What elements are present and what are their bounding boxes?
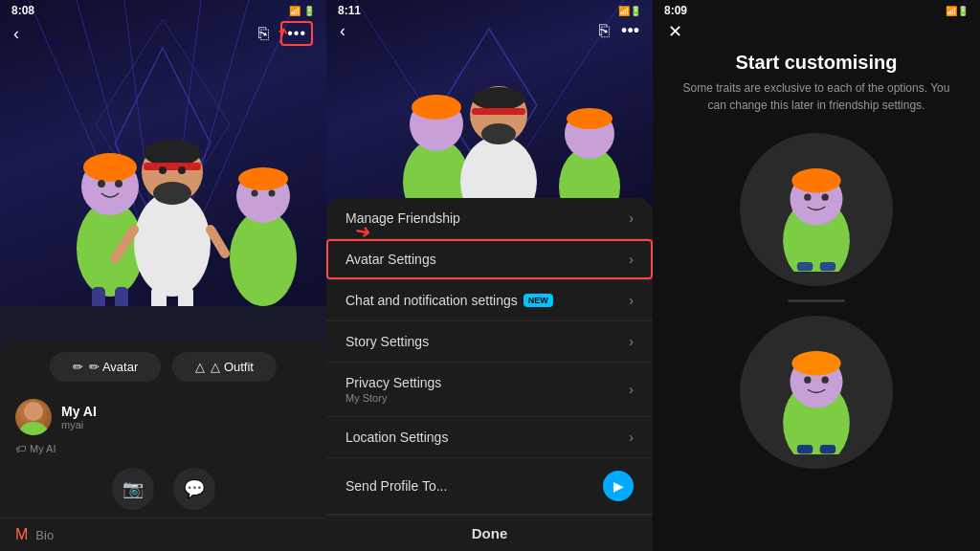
svg-rect-43 [472,108,525,115]
status-icons-3: 📶🔋 [946,6,969,16]
time-1: 8:08 [11,4,34,17]
svg-point-51 [804,194,811,201]
svg-point-33 [18,422,49,435]
menu-chevron-2: › [629,252,634,267]
chat-notif-row: Chat and notification settings NEW [345,293,553,308]
svg-point-20 [153,182,191,205]
svg-point-31 [269,190,276,197]
svg-point-39 [412,95,461,120]
pencil-icon: ✏ [73,360,83,374]
avatar-tab-btn[interactable]: ✏ ✏ Avatar [50,352,161,382]
panel-1: 8:08 📶 🔋 [0,0,326,551]
time-3: 8:09 [664,4,687,17]
menu-item-chat-notif-label: Chat and notification settings [345,293,518,308]
profile-info-1: My AI myai [61,404,97,430]
privacy-settings-col: Privacy Settings My Story [345,375,441,404]
profile-avatar-svg [15,399,52,435]
menu-chevron-5: › [629,382,634,397]
status-icons-2: 📶🔋 [618,6,641,16]
svg-rect-61 [820,445,836,453]
back-icon-2[interactable]: ‹ [340,21,345,41]
svg-point-44 [481,123,516,144]
svg-point-52 [822,194,829,201]
avatar-bg-1: ‹ ⎘ ••• ↗ [0,0,326,306]
avatar-circle-top[interactable] [740,133,893,286]
chat-icon-btn[interactable]: 💬 [173,468,215,510]
svg-point-11 [98,180,105,187]
close-button-3[interactable]: ✕ [668,21,682,42]
status-bar-2: 8:11 📶🔋 [326,0,653,21]
svg-point-50 [791,168,840,193]
menu-item-privacy-settings[interactable]: Privacy Settings My Story › [326,363,653,417]
profile-handle-1: myai [61,419,97,430]
svg-rect-60 [797,445,813,453]
send-profile-btn[interactable]: ▶ [603,471,634,501]
svg-line-24 [211,230,225,253]
menu-item-location-settings[interactable]: Location Settings › [326,417,653,458]
menu-item-privacy-sub: My Story [345,392,441,404]
top-nav-2: ‹ ⎘ ••• [326,21,653,41]
done-bar[interactable]: Done [326,515,653,551]
svg-point-58 [804,377,811,384]
svg-point-27 [230,210,297,306]
avatar-svg-top [764,147,869,272]
p3-title: Start customising [653,52,980,79]
menu-item-story-settings[interactable]: Story Settings › [326,321,653,363]
action-icons-row-1: 📷 💬 [0,458,326,518]
my-ai-text: My AI [30,443,56,454]
menu-item-avatar-settings[interactable]: Avatar Settings › [326,239,653,280]
p3-divider [788,299,845,302]
avatar-art-2 [326,14,653,206]
share-icon-2[interactable]: ⎘ [599,21,610,41]
svg-point-18 [144,140,201,166]
avatar-bg-2: ‹ ⎘ ••• [326,0,653,206]
menu-item-story-settings-label: Story Settings [345,334,429,349]
share-icon-1[interactable]: ⎘ [258,24,269,44]
menu-item-avatar-settings-label: Avatar Settings [345,252,436,267]
svg-point-57 [791,351,840,376]
profile-row-1: My AI myai [0,391,326,439]
menu-item-send-profile-label: Send Profile To... [345,478,447,494]
svg-point-22 [178,166,186,174]
top-nav-right-2: ⎘ ••• [599,21,639,41]
svg-point-12 [115,180,122,187]
svg-point-42 [472,87,525,110]
svg-rect-53 [797,262,813,271]
outfit-tab-btn[interactable]: △ △ Outfit [172,352,277,382]
svg-point-29 [238,167,288,190]
back-icon-1[interactable]: ‹ [13,24,19,44]
three-dots-icon-2[interactable]: ••• [621,21,639,41]
svg-point-10 [83,153,137,182]
menu-item-send-profile[interactable]: Send Profile To... ▶ [326,458,653,515]
bottom-section-1: ✏ ✏ Avatar △ △ Outfit My AI myai 🏷 M [0,339,326,551]
menu-sheet-2: Manage Friendship › Avatar Settings › Ch… [326,198,653,551]
menu-chevron-6: › [629,430,634,445]
panel-2: 8:11 📶🔋 [326,0,653,551]
svg-point-32 [24,402,43,421]
bio-logo-icon: M [15,526,28,543]
outfit-icon: △ [195,360,205,374]
avatar-svg-bottom [764,330,869,454]
menu-chevron-4: › [629,334,634,349]
menu-item-chat-notifications[interactable]: Chat and notification settings NEW › [326,280,653,321]
menu-item-location-settings-label: Location Settings [345,430,448,445]
svg-point-16 [134,191,211,297]
bio-row-1: M Bio [0,518,326,551]
status-icons-1: 📶 🔋 [289,6,315,16]
profile-name-1: My AI [61,404,97,419]
done-label: Done [472,525,508,541]
panel-3: 8:09 📶🔋 ✕ Start customising Some traits … [653,0,980,551]
my-ai-label-row: 🏷 My AI [0,439,326,458]
svg-rect-25 [151,287,167,306]
svg-point-21 [159,166,167,174]
avatar-circle-bottom[interactable] [740,316,893,469]
svg-rect-19 [144,163,201,170]
time-2: 8:11 [338,4,361,17]
avatar-art-1 [0,38,326,306]
svg-rect-15 [115,287,128,306]
camera-icon-btn[interactable]: 📷 [112,468,154,510]
menu-item-manage-friendship[interactable]: Manage Friendship › [326,198,653,239]
menu-item-privacy-settings-label: Privacy Settings [345,375,441,390]
svg-rect-54 [820,262,836,271]
svg-point-30 [252,190,258,197]
